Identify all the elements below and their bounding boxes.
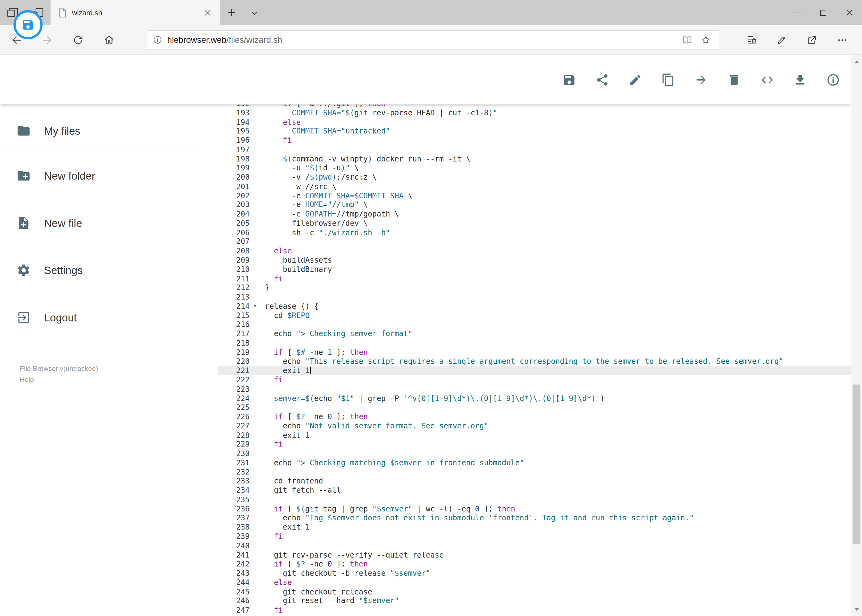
- line-number[interactable]: 238: [217, 523, 257, 532]
- sidebar-item-new-file[interactable]: New file: [0, 199, 205, 247]
- code-line[interactable]: 224 semver=$(echo "$1" | grep -P '^v(0|[…: [217, 394, 851, 403]
- code-line[interactable]: 245 git checkout release: [217, 587, 851, 596]
- line-number[interactable]: 241: [217, 550, 257, 559]
- help-link[interactable]: Help: [20, 374, 204, 385]
- copy-button[interactable]: [661, 72, 675, 87]
- code-line[interactable]: 218: [217, 338, 851, 347]
- line-number[interactable]: 197: [217, 145, 257, 154]
- scrollbar-up-arrow[interactable]: [851, 56, 862, 67]
- reading-view-button[interactable]: [678, 30, 697, 49]
- code-line[interactable]: 207: [217, 237, 851, 246]
- line-number[interactable]: 207: [217, 237, 257, 246]
- line-number[interactable]: 230: [217, 449, 257, 458]
- code-line[interactable]: 229 fi: [217, 440, 851, 449]
- code-line[interactable]: 247 fi: [217, 605, 851, 615]
- line-number[interactable]: 224: [217, 394, 257, 403]
- code-line[interactable]: 203 -e HOME="//tmp" \: [217, 200, 851, 209]
- code-line[interactable]: 196 fi: [217, 136, 851, 145]
- line-number[interactable]: 240: [217, 541, 257, 550]
- sidebar-item-my-files[interactable]: My files: [0, 110, 205, 152]
- code-line[interactable]: 208 else: [217, 246, 851, 256]
- code-line[interactable]: 213: [217, 292, 851, 302]
- line-number[interactable]: 246: [217, 596, 257, 605]
- line-number[interactable]: 192: [217, 104, 257, 108]
- info-badge-icon[interactable]: [153, 35, 162, 44]
- line-number[interactable]: 208: [217, 246, 257, 256]
- line-number[interactable]: 237: [217, 513, 257, 523]
- code-line[interactable]: 226 if [ $? -ne 0 ]; then: [217, 412, 851, 421]
- line-number[interactable]: 222: [217, 375, 257, 384]
- favorite-star-button[interactable]: [697, 30, 715, 49]
- close-button[interactable]: [836, 0, 862, 25]
- sidebar-item-settings[interactable]: Settings: [0, 247, 205, 294]
- line-number[interactable]: 218: [217, 338, 257, 347]
- line-number[interactable]: 227: [217, 421, 257, 431]
- line-number[interactable]: 236: [217, 504, 257, 513]
- line-number[interactable]: 231: [217, 458, 257, 467]
- code-line[interactable]: 236 if [ $(git tag | grep "$semver" | wc…: [217, 504, 851, 513]
- code-line[interactable]: 239 fi: [217, 532, 851, 541]
- sidebar-item-new-folder[interactable]: New folder: [0, 152, 205, 200]
- code-line[interactable]: 225: [217, 403, 851, 412]
- line-number[interactable]: 211: [217, 274, 257, 283]
- download-button[interactable]: [793, 72, 807, 87]
- line-number[interactable]: 213: [217, 292, 257, 302]
- new-tab-button[interactable]: [220, 0, 243, 25]
- move-button[interactable]: [694, 72, 708, 87]
- code-line[interactable]: 246 git reset --hard "$semver": [217, 596, 851, 605]
- line-number[interactable]: 196: [217, 136, 257, 145]
- page-scrollbar[interactable]: [851, 55, 862, 616]
- code-line[interactable]: 201 -w //src \: [217, 182, 851, 191]
- save-button[interactable]: [562, 72, 576, 87]
- code-line[interactable]: 223: [217, 384, 851, 394]
- line-number[interactable]: 225: [217, 403, 257, 412]
- code-editor[interactable]: 192 if [ -d ../.git ]; then193 COMMIT_SH…: [217, 104, 851, 616]
- code-line[interactable]: 228 exit 1: [217, 431, 851, 440]
- line-number[interactable]: 205: [217, 218, 257, 228]
- code-line[interactable]: 197: [217, 145, 851, 154]
- line-number[interactable]: 226: [217, 412, 257, 421]
- edit-button[interactable]: [628, 72, 642, 87]
- code-line[interactable]: 219 if [ $# -ne 1 ]; then: [217, 347, 851, 357]
- delete-button[interactable]: [727, 72, 741, 87]
- code-line[interactable]: 244 else: [217, 578, 851, 587]
- code-line[interactable]: 234 git fetch --all: [217, 486, 851, 495]
- code-line[interactable]: 217 echo "> Checking semver format": [217, 329, 851, 338]
- home-button[interactable]: [98, 29, 120, 51]
- scrollbar-down-arrow[interactable]: [851, 604, 862, 615]
- minimize-button[interactable]: [785, 0, 810, 25]
- code-line[interactable]: 198 $(command -v winpty) docker run --rm…: [217, 154, 851, 163]
- line-number[interactable]: 239: [217, 532, 257, 541]
- code-line[interactable]: 233 cd frontend: [217, 476, 851, 486]
- line-number[interactable]: 210: [217, 265, 257, 274]
- code-line[interactable]: 214▾release () {: [217, 302, 851, 311]
- line-number[interactable]: 193: [217, 108, 257, 117]
- code-line[interactable]: 199 -u "$(id -u)" \: [217, 163, 851, 173]
- line-number[interactable]: 223: [217, 384, 257, 394]
- code-line[interactable]: 194 else: [217, 117, 851, 126]
- line-number[interactable]: 216: [217, 320, 257, 329]
- line-number[interactable]: 244: [217, 578, 257, 587]
- line-number[interactable]: 228: [217, 431, 257, 440]
- line-number[interactable]: 232: [217, 467, 257, 477]
- web-note-pen-button[interactable]: [771, 29, 793, 51]
- code-line[interactable]: 210 buildBinary: [217, 265, 851, 274]
- code-line[interactable]: 211 fi: [217, 274, 851, 283]
- code-line[interactable]: 205 filebrowser/dev \: [217, 218, 851, 228]
- line-number[interactable]: 245: [217, 587, 257, 596]
- code-line[interactable]: 200 -v /$(pwd):/src:z \: [217, 173, 851, 182]
- sidebar-item-logout[interactable]: Logout: [0, 294, 205, 341]
- line-number[interactable]: 215: [217, 311, 257, 320]
- code-line[interactable]: 241 git rev-parse --verify --quiet relea…: [217, 550, 851, 559]
- line-number[interactable]: 247: [217, 605, 257, 615]
- code-line[interactable]: 192 if [ -d ../.git ]; then: [217, 104, 851, 108]
- address-bar[interactable]: filebrowser.web/files/wizard.sh: [147, 30, 720, 50]
- line-number[interactable]: 195: [217, 126, 257, 136]
- line-number[interactable]: 202: [217, 191, 257, 200]
- line-number[interactable]: 234: [217, 486, 257, 495]
- fold-arrow-icon[interactable]: ▾: [254, 302, 256, 311]
- line-number[interactable]: 242: [217, 559, 257, 569]
- info-button[interactable]: [826, 72, 840, 87]
- code-line[interactable]: 212}: [217, 283, 851, 292]
- code-button[interactable]: [760, 72, 774, 87]
